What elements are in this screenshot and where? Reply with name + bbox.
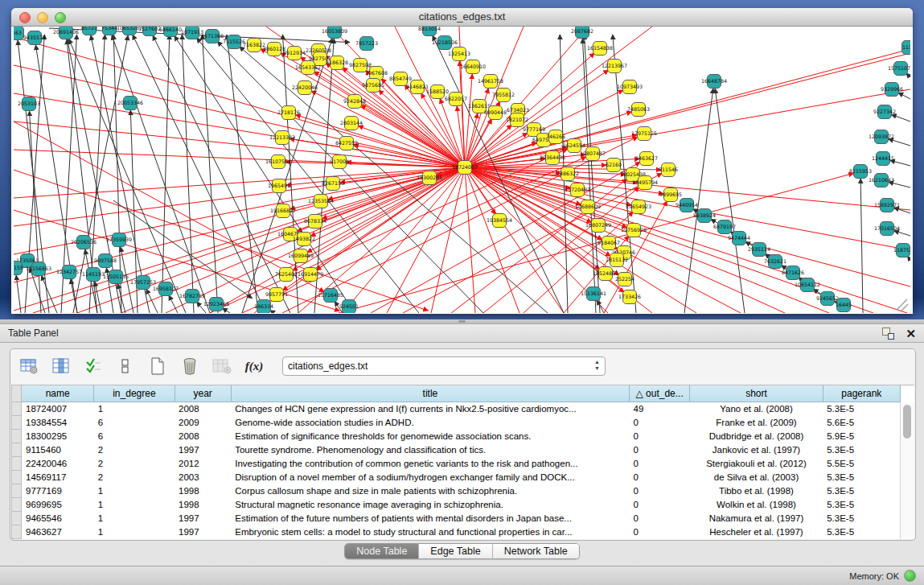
cell-title[interactable]: Embryonic stem cells: a model to study s… [231,525,629,539]
graph-node-teal[interactable]: 6466140 [159,27,182,37]
cell-in-degree[interactable]: 2 [94,457,175,471]
cell-name[interactable]: 9465546 [22,512,94,525]
cell-pagerank[interactable]: 5.3E-5 [823,443,900,457]
cell-title[interactable]: Corpus callosum shape and size in male p… [231,484,629,498]
cell-pagerank[interactable]: 5.3E-5 [823,512,900,525]
column-header-short[interactable]: short [690,385,823,402]
table-row[interactable]: 1456911722003Disruption of a novel membe… [12,471,901,484]
column-header-in-degree[interactable]: in_degree [94,385,175,402]
graph-node-yellow[interactable]: 1325413 [448,47,470,61]
cell-name[interactable]: 9777169 [22,484,94,498]
cell-in-degree[interactable]: 1 [94,525,175,539]
cell-out-de-[interactable]: 0 [630,416,690,430]
graph-node-yellow[interactable]: 911546 [659,163,678,177]
graph-node-yellow[interactable]: 16154838 [587,42,613,56]
cell-short[interactable]: Dudbridge et al. (2008) [690,430,823,443]
graph-node-teal[interactable]: 7857223 [355,37,378,51]
network-graph[interactable]: 1872400718300295193845542718176924284828… [14,27,910,313]
scrollbar-thumb[interactable] [903,405,911,439]
graph-node-teal[interactable]: 8813054 [418,27,441,36]
new-file-button[interactable] [147,356,168,377]
column-header-name[interactable]: name [22,385,94,402]
table-source-combobox[interactable]: citations_edges.txt ▲▼ [282,356,606,376]
cell-title[interactable]: Changes of HCN gene expression and I(f) … [231,402,629,416]
cell-title[interactable]: Tourette syndrome. Phenomenology and cla… [231,443,629,457]
column-checklist-button[interactable] [83,356,104,377]
tab-node-table[interactable]: Node Table [345,544,419,558]
graph-node-teal[interactable]: 186334 [254,300,273,314]
cell-pagerank[interactable]: 5.3E-5 [823,498,900,512]
cell-year[interactable]: 2008 [175,402,231,416]
cell-out-de-[interactable]: 0 [630,471,690,484]
graph-node-yellow[interactable]: 252254 [615,273,634,286]
graph-node-teal[interactable]: 16210643 [869,174,894,187]
graph-node-teal[interactable]: 39159 [14,262,23,275]
cell-pagerank[interactable]: 5.9E-5 [823,430,900,443]
graph-node-yellow[interactable]: 6822057 [445,93,467,106]
table-row[interactable]: 2242004622012Investigating the contribut… [12,457,901,471]
column-header-year[interactable]: year [175,385,231,402]
graph-node-yellow[interactable]: 917004 [330,155,349,169]
table-options-button[interactable] [18,356,39,377]
graph-node-yellow[interactable]: 8912934 [283,47,306,60]
graph-node-yellow[interactable]: 8678334 [304,215,326,229]
cell-short[interactable]: Wolkin et al. (1998) [690,498,823,512]
graph-node-teal[interactable]: 16648784 [701,75,727,89]
graph-node-teal[interactable]: 924501 [339,300,359,314]
graph-node-teal[interactable]: 2087682 [571,27,593,39]
cell-title[interactable]: Structural magnetic resonance image aver… [231,498,629,512]
cell-year[interactable]: 1997 [175,512,231,525]
table-row[interactable]: 946554611997Estimation of the future num… [12,512,901,525]
table-row[interactable]: 911546021997Tourette syndrome. Phenomeno… [12,443,901,457]
graph-node-teal[interactable]: 2053103 [18,97,40,111]
graph-node-yellow[interactable]: 2967608 [365,67,388,80]
graph-node-teal[interactable]: 12342757 [56,266,82,279]
table-row[interactable]: 977716911998Corpus callosum shape and si… [12,484,901,498]
cell-out-de-[interactable]: 0 [630,457,690,471]
graph-node-teal[interactable]: 4671368 [201,30,224,43]
graph-node-yellow[interactable]: 2803144 [340,117,363,130]
graph-node-teal[interactable]: 85723 [81,27,97,35]
node-table[interactable]: namein_degreeyeartitle△ out_de...shortpa… [11,385,901,539]
cell-name[interactable]: 14569117 [22,471,94,484]
cell-short[interactable]: Franke et al. (2009) [690,416,823,430]
cell-title[interactable]: Estimation of the future numbers of pati… [231,512,629,525]
cell-name[interactable]: 22420046 [22,457,94,471]
graph-node-yellow[interactable]: 14961758 [478,75,503,89]
cell-title[interactable]: Disruption of a novel member of a sodium… [231,471,629,484]
cell-short[interactable]: Nakamura et al. (1997) [690,512,823,525]
cell-name[interactable]: 9463627 [22,525,94,539]
cell-pagerank[interactable]: 5.5E-5 [823,457,900,471]
cell-in-degree[interactable]: 2 [94,443,175,457]
resize-grip[interactable] [897,299,908,311]
table-row[interactable]: 946362711997Embryonic stem cells: a mode… [12,525,901,539]
graph-node-teal[interactable]: 9227342 [873,105,896,119]
column-header-pagerank[interactable]: pagerank [823,385,900,402]
graph-node-teal[interactable]: 17016504 [874,222,900,236]
row-height-button[interactable] [115,356,136,377]
cell-out-de-[interactable]: 49 [630,402,690,416]
cell-pagerank[interactable]: 5.6E-5 [823,416,900,430]
graph-node-yellow[interactable]: 12213967 [602,60,627,73]
network-window-titlebar[interactable]: citations_edges.txt [11,8,913,27]
graph-node-teal[interactable]: 16053809 [322,27,347,39]
table-row[interactable]: 1872400712008Changes of HCN gene express… [12,402,901,416]
cell-name[interactable]: 9115460 [22,443,94,457]
cell-out-de-[interactable]: 0 [630,512,690,525]
table-row[interactable]: 1938455462009Genome-wide association stu… [12,416,901,430]
close-panel-icon[interactable]: ✕ [906,328,916,340]
cell-in-degree[interactable]: 6 [94,416,175,430]
graph-node-yellow[interactable]: 9857791 [265,288,288,302]
function-builder-button[interactable]: f(x) [244,356,265,377]
column-header-out-de-[interactable]: △ out_de... [630,385,690,402]
cell-in-degree[interactable]: 1 [94,498,175,512]
graph-node-teal[interactable]: 16445 [836,299,852,312]
cell-title[interactable]: Investigating the contribution of common… [231,457,629,471]
cell-title[interactable]: Genome-wide association studies in ADHD. [231,416,629,430]
cell-pagerank[interactable]: 5.3E-5 [823,484,900,498]
cell-name[interactable]: 19384554 [22,416,94,430]
table-row[interactable]: 1830029562008Estimation of significance … [12,430,901,443]
float-window-icon[interactable] [882,328,894,340]
graph-node-teal[interactable]: 20053346 [117,97,143,110]
graph-node-teal[interactable]: 12093872 [869,130,894,144]
